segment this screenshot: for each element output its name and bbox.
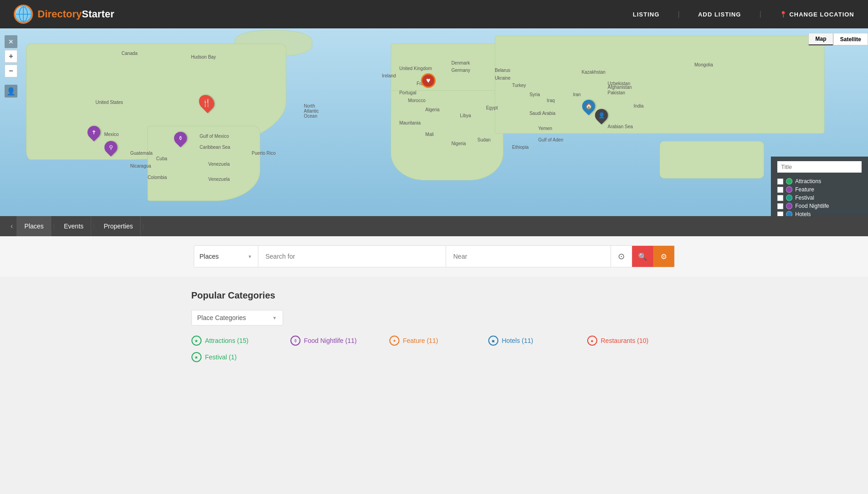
map-marker-food-nightlife-2[interactable]: ⚲: [104, 141, 118, 157]
category-icon: ✦: [389, 336, 399, 346]
category-icon: ★: [191, 352, 202, 362]
map-label-algeria: Algeria: [426, 107, 440, 112]
map-label-colombia: Colombia: [147, 175, 167, 180]
map-label-gulfaden: Gulf of Aden: [538, 137, 563, 142]
locate-btn[interactable]: ⊙: [611, 246, 632, 267]
nav-add-listing[interactable]: ADD LISTING: [698, 11, 741, 18]
legend-item-label: Feature: [795, 186, 814, 193]
map-marker-hotel-1[interactable]: 🏠: [582, 100, 595, 116]
land-asia: [495, 36, 824, 133]
map-label-atlantic: NorthAtlanticOcean: [304, 103, 319, 119]
map-view-btn[interactable]: Map: [808, 33, 833, 45]
hotel-icon: 🏠: [585, 103, 592, 109]
category-icon: ■: [488, 336, 498, 346]
location-pin-icon: 📍: [780, 11, 787, 18]
satellite-view-btn[interactable]: Satellite: [833, 33, 868, 45]
search-type-select[interactable]: Places ▼: [194, 246, 258, 267]
map-label-ireland: Ireland: [382, 73, 396, 78]
map-background: Canada Hudson Bay United States Mexico G…: [0, 28, 868, 216]
zoom-out-btn[interactable]: −: [5, 65, 17, 77]
logo-starter: Starter: [82, 8, 115, 20]
legend-checkbox[interactable]: ✓: [777, 179, 783, 185]
legend-checkbox[interactable]: ✓: [777, 203, 783, 209]
category-grid: ★ Attractions (15) ⚱ Food Nightlife (11)…: [191, 336, 677, 362]
map-label-saudi: Saudi Arabia: [530, 111, 556, 116]
legend-item-label: Hotels: [795, 211, 811, 216]
map-label-caribbean: Caribbean Sea: [200, 145, 230, 150]
search-section: Places ▼ ⊙ 🔍 ⚙: [0, 236, 868, 277]
nav-listing[interactable]: LISTING: [633, 11, 659, 18]
map-container[interactable]: Canada Hudson Bay United States Mexico G…: [0, 28, 868, 216]
map-label-ethiopia: Ethiopia: [512, 145, 529, 150]
map-label-nigeria: Nigeria: [451, 141, 466, 146]
map-marker-person[interactable]: 👤: [595, 109, 608, 125]
category-item[interactable]: ★ Attractions (15): [191, 336, 281, 346]
search-go-btn[interactable]: 🔍: [632, 246, 653, 267]
category-filter-select[interactable]: Place Categories ▼: [191, 310, 283, 326]
search-filter-btn[interactable]: ⚙: [653, 246, 674, 267]
category-icon: ●: [587, 336, 597, 346]
map-label-afghanistan: Afghanistan: [608, 85, 632, 90]
map-marker-food-nightlife-1[interactable]: ✝: [87, 126, 101, 142]
map-cross-ctrl[interactable]: ✕: [5, 35, 17, 48]
legend-checkbox[interactable]: ✓: [777, 195, 783, 201]
map-label-yemen: Yemen: [538, 126, 552, 131]
nav-bar: ‹ Places | Events | Properties |: [0, 216, 868, 236]
person-icon: 👤: [598, 112, 605, 119]
category-item[interactable]: ● Restaurants (10): [587, 336, 677, 346]
map-legend: ✓ Attractions ✓ Feature ✓ Festival ✓ Foo…: [771, 157, 868, 216]
legend-color-dot: [786, 211, 792, 216]
nav-bar-properties[interactable]: Properties: [96, 216, 141, 236]
legend-title-input[interactable]: [777, 161, 862, 173]
category-label: Attractions (15): [205, 337, 249, 344]
logo-directory: Directory: [38, 8, 82, 20]
logo-text: DirectoryStarter: [38, 8, 115, 20]
map-label-guatemala: Guatemala: [130, 151, 153, 156]
legend-checkbox[interactable]: ✓: [777, 212, 783, 217]
legend-item-label: Festival: [795, 195, 814, 201]
category-label: Food Nightlife (11): [304, 337, 357, 344]
fork-icon: ✝: [92, 129, 96, 136]
person-ctrl-btn[interactable]: 👤: [5, 85, 17, 98]
map-marker-restaurant-1[interactable]: 🍴: [200, 94, 213, 111]
near-input[interactable]: [446, 246, 611, 267]
map-label-iraq: Iraq: [547, 98, 555, 103]
map-label-pakistan: Pakistan: [608, 90, 625, 95]
category-item[interactable]: ✦ Feature (11): [389, 336, 479, 346]
search-input[interactable]: [258, 246, 446, 267]
map-label-egypt: Egypt: [486, 105, 498, 110]
legend-checkbox[interactable]: ✓: [777, 187, 783, 193]
map-label-mali: Mali: [426, 132, 434, 137]
search-type-label: Places: [200, 253, 244, 260]
map-label-syria: Syria: [530, 92, 540, 97]
category-filter-label: Place Categories: [197, 314, 269, 321]
map-label-portugal: Portugal: [399, 90, 416, 95]
map-label-germany: Germany: [451, 68, 470, 73]
map-label-mauritania: Mauritania: [399, 120, 421, 125]
map-type-toggle: Map Satellite: [808, 33, 868, 45]
categories-section: Popular Categories Place Categories ▼ ★ …: [182, 277, 686, 376]
map-marker-food-nightlife-3[interactable]: ⚱: [174, 132, 187, 148]
category-item[interactable]: ⚱ Food Nightlife (11): [290, 336, 380, 346]
map-label-india: India: [633, 103, 644, 109]
category-item[interactable]: ■ Hotels (11): [488, 336, 578, 346]
map-label-libya: Libya: [460, 113, 471, 118]
map-label-venezuela2: Venezuela: [208, 177, 230, 182]
nav-change-location[interactable]: 📍 CHANGE LOCATION: [780, 11, 854, 18]
map-marker-heart[interactable]: ♥: [421, 73, 436, 88]
map-label-mongolia: Mongolia: [694, 62, 713, 67]
search-icon: 🔍: [638, 252, 647, 261]
nav-bar-events[interactable]: Events: [56, 216, 91, 236]
legend-color-dot: [786, 203, 792, 209]
logo-icon: [14, 5, 33, 24]
nav-bar-places[interactable]: Places: [16, 216, 51, 236]
map-label-mexico: Mexico: [104, 132, 119, 137]
category-item[interactable]: ★ Festival (1): [191, 352, 281, 362]
map-label-arabsea: Arabian Sea: [608, 124, 633, 129]
nav-bar-left-arrow[interactable]: ‹: [7, 222, 16, 230]
category-label: Festival (1): [205, 353, 237, 361]
categories-title: Popular Categories: [191, 290, 677, 301]
zoom-in-btn[interactable]: +: [5, 50, 17, 63]
map-label-kazakhstan: Kazakhstan: [582, 70, 606, 75]
map-label-belarus: Belarus: [495, 68, 510, 73]
